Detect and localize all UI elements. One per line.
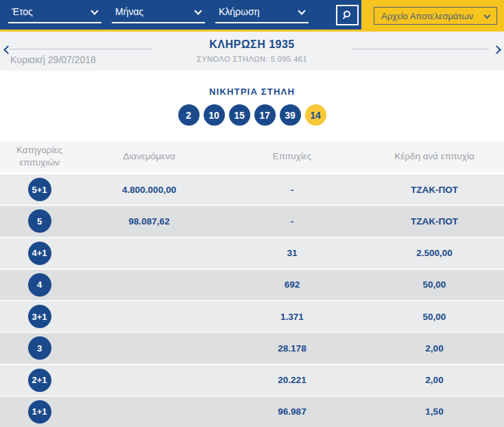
table-row: 5 98.087,62 - ΤΖΑΚ-ΠΟΤ (0, 206, 504, 238)
wins-cell: 28.178 (219, 343, 365, 354)
winning-number-ball: 2 (178, 104, 200, 126)
category-cell: 2+1 (0, 369, 79, 392)
category-ball: 5+1 (28, 178, 51, 201)
prize-table: Κατηγορίες επιτυχιών Διανεμόμενα Επιτυχί… (0, 141, 504, 427)
prize-cell: 50,00 (365, 312, 504, 322)
category-ball: 1+1 (28, 400, 51, 424)
winning-column-heading: ΝΙΚΗΤΡΙΑ ΣΤΗΛΗ (0, 86, 504, 97)
prize-cell: 2.500,00 (365, 248, 504, 258)
category-ball: 4 (28, 273, 51, 297)
column-header-prize-per-win: Κέρδη ανά επιτυχία (365, 150, 504, 163)
table-row: 4+1 31 2.500,00 (0, 238, 504, 270)
table-row: 3 28.178 2,00 (0, 333, 504, 365)
prize-table-header: Κατηγορίες επιτυχιών Διανεμόμενα Επιτυχί… (0, 141, 504, 174)
prize-cell: 50,00 (365, 279, 504, 290)
wins-cell: 1.371 (219, 312, 365, 322)
month-dropdown[interactable]: Μήνας (112, 7, 205, 23)
table-row: 5+1 4.800.000,00 - ΤΖΑΚ-ΠΟΤ (0, 174, 504, 206)
chevron-down-icon (91, 7, 98, 14)
year-dropdown-label: Έτος (12, 7, 33, 17)
prize-cell: 2,00 (365, 343, 504, 354)
search-icon (342, 10, 353, 21)
next-draw-button[interactable] (490, 42, 503, 57)
column-header-distributed: Διανεμόμενα (79, 150, 219, 163)
winning-number-ball: 39 (280, 104, 301, 126)
chevron-right-icon (492, 45, 501, 54)
chevron-down-icon (194, 7, 202, 14)
search-button[interactable] (336, 5, 359, 25)
winning-number-ball: 15 (229, 104, 250, 126)
right-divider-line (351, 49, 489, 49)
draw-navigation-band: Κυριακή 29/07/2018 ΚΛΗΡΩΣΗ 1935 ΣΥΝΟΛΟ Σ… (0, 32, 504, 71)
draw-dropdown[interactable]: Κλήρωση (215, 7, 309, 23)
wins-cell: 96.987 (219, 406, 365, 417)
archive-results-label: Αρχείο Αποτελεσμάτων (381, 11, 473, 21)
draw-dropdown-label: Κλήρωση (219, 7, 259, 17)
prize-cell: ΤΖΑΚ-ΠΟΤ (365, 216, 504, 227)
winning-number-ball: 17 (254, 104, 276, 126)
table-row: 3+1 1.371 50,00 (0, 301, 504, 333)
joker-number-ball: 14 (305, 104, 326, 126)
archive-results-button[interactable]: Αρχείο Αποτελεσμάτων (374, 7, 497, 25)
prize-cell: ΤΖΑΚ-ΠΟΤ (365, 185, 504, 195)
category-cell: 5+1 (0, 178, 79, 201)
total-columns-label: ΣΥΝΟΛΟ ΣΤΗΛΩΝ: 5.095.461 (0, 55, 504, 63)
filter-bar-yellow-section: Αρχείο Αποτελεσμάτων (361, 0, 504, 32)
category-ball: 5 (28, 209, 51, 233)
wins-cell: - (219, 216, 365, 227)
prize-cell: 2,00 (365, 375, 504, 385)
prize-table-body: 5+1 4.800.000,00 - ΤΖΑΚ-ΠΟΤ 5 98.087,62 … (0, 174, 504, 427)
joker-results-page: Έτος Μήνας Κλήρωση Αρχείο Αποτελεσμάτων (0, 0, 504, 427)
category-ball: 2+1 (28, 369, 51, 392)
category-cell: 4+1 (0, 242, 79, 265)
chevron-down-icon (484, 12, 491, 19)
category-cell: 4 (0, 273, 79, 297)
table-row: 4 692 50,00 (0, 270, 504, 301)
draw-title-group: ΚΛΗΡΩΣΗ 1935 ΣΥΝΟΛΟ ΣΤΗΛΩΝ: 5.095.461 (0, 38, 504, 63)
winning-number-ball: 10 (204, 104, 225, 126)
category-cell: 3 (0, 336, 79, 360)
category-cell: 1+1 (0, 400, 79, 424)
wins-cell: 31 (219, 248, 365, 258)
filter-bar-blue-section: Έτος Μήνας Κλήρωση (0, 0, 361, 30)
wins-cell: 692 (219, 279, 365, 290)
category-ball: 3 (28, 336, 51, 360)
table-row: 1+1 96.987 1,50 (0, 397, 504, 427)
prize-cell: 1,50 (365, 406, 504, 417)
winning-numbers-row: 2 10 15 17 39 14 (0, 104, 504, 126)
table-row: 2+1 20.221 2,00 (0, 365, 504, 397)
category-ball: 3+1 (28, 305, 51, 328)
column-header-wins: Επιτυχίες (219, 150, 365, 163)
winning-column-section: ΝΙΚΗΤΡΙΑ ΣΤΗΛΗ 2 10 15 17 39 14 (0, 71, 504, 141)
category-cell: 5 (0, 209, 79, 233)
chevron-down-icon (298, 7, 305, 14)
top-filter-bar: Έτος Μήνας Κλήρωση Αρχείο Αποτελεσμάτων (0, 0, 504, 32)
wins-cell: 20.221 (219, 375, 365, 385)
category-ball: 4+1 (28, 242, 51, 265)
wins-cell: - (219, 185, 365, 195)
year-dropdown[interactable]: Έτος (8, 7, 101, 23)
distributed-cell: 4.800.000,00 (79, 185, 219, 195)
category-cell: 3+1 (0, 305, 79, 328)
distributed-cell: 98.087,62 (79, 216, 219, 227)
month-dropdown-label: Μήνας (115, 7, 143, 17)
column-header-categories: Κατηγορίες επιτυχιών (0, 144, 79, 168)
